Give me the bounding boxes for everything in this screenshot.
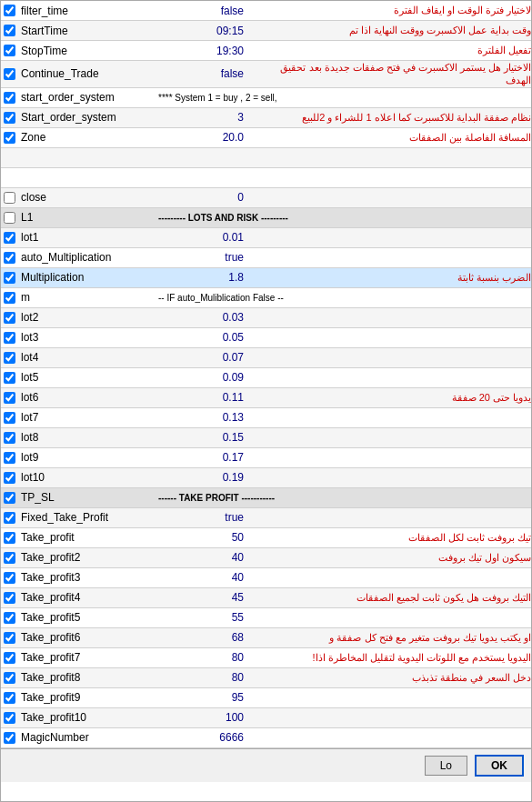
row-checkbox[interactable] bbox=[4, 92, 15, 104]
row-checkbox[interactable] bbox=[4, 492, 15, 504]
row-checkbox[interactable] bbox=[4, 212, 15, 224]
row-checkbox[interactable] bbox=[4, 632, 15, 644]
row-param-value[interactable]: 0.09 bbox=[158, 371, 249, 384]
row-param-value[interactable]: 0.13 bbox=[158, 411, 249, 424]
row-check-col bbox=[1, 232, 17, 244]
row-param-name: Fixed_Take_Profit bbox=[17, 511, 158, 524]
row-checkbox[interactable] bbox=[4, 472, 15, 484]
row-param-value[interactable]: 20.0 bbox=[158, 131, 249, 144]
row-param-value[interactable]: 0.15 bbox=[158, 431, 249, 444]
row-check-col bbox=[1, 532, 17, 544]
row-param-value[interactable]: ------ TAKE PROFIT ----------- bbox=[158, 493, 322, 503]
row-checkbox[interactable] bbox=[4, 272, 15, 284]
row-checkbox[interactable] bbox=[4, 532, 15, 544]
row-checkbox[interactable] bbox=[4, 392, 15, 404]
row-checkbox[interactable] bbox=[4, 732, 15, 744]
row-param-value[interactable]: 1.8 bbox=[158, 271, 249, 284]
table-row: lot80.15 bbox=[1, 428, 531, 448]
row-param-value[interactable]: 0.11 bbox=[158, 391, 249, 404]
row-check-col bbox=[1, 112, 17, 124]
row-checkbox[interactable] bbox=[4, 232, 15, 244]
row-comment: يدويا حتى 20 صفقة bbox=[249, 391, 531, 404]
row-checkbox[interactable] bbox=[4, 132, 15, 144]
row-param-value[interactable]: false bbox=[158, 5, 249, 17]
row-checkbox[interactable] bbox=[4, 352, 15, 364]
row-checkbox[interactable] bbox=[4, 592, 15, 604]
row-param-value[interactable]: -- IF auto_Muliblication False -- bbox=[158, 293, 322, 303]
row-checkbox[interactable] bbox=[4, 112, 15, 124]
table-row: Take_profit240سيكون اول تيك بروفت bbox=[1, 548, 531, 568]
row-param-value[interactable]: 0.05 bbox=[158, 331, 249, 344]
row-checkbox[interactable] bbox=[4, 312, 15, 324]
row-param-value[interactable]: 19:30 bbox=[158, 45, 249, 57]
row-checkbox[interactable] bbox=[4, 432, 15, 444]
row-param-name: Take_profit9 bbox=[17, 691, 158, 704]
row-param-value[interactable]: 40 bbox=[158, 551, 249, 564]
row-param-value[interactable]: 50 bbox=[158, 531, 249, 544]
row-check-col bbox=[1, 632, 17, 644]
row-param-name: lot3 bbox=[17, 331, 158, 344]
row-checkbox[interactable] bbox=[4, 712, 15, 724]
row-checkbox[interactable] bbox=[4, 512, 15, 524]
row-check-col bbox=[1, 392, 17, 404]
row-checkbox[interactable] bbox=[4, 192, 15, 204]
row-checkbox[interactable] bbox=[4, 672, 15, 684]
row-param-value[interactable]: 68 bbox=[158, 631, 249, 644]
row-param-value[interactable]: 80 bbox=[158, 651, 249, 664]
row-param-name: L1 bbox=[17, 211, 158, 224]
row-checkbox[interactable] bbox=[4, 25, 15, 36]
row-param-value[interactable]: 0.03 bbox=[158, 311, 249, 324]
settings-table: filter_timefalseلاختيار فترة الوقت او اي… bbox=[1, 1, 531, 748]
row-param-value[interactable]: 45 bbox=[158, 591, 249, 604]
row-checkbox[interactable] bbox=[4, 68, 15, 80]
row-param-value[interactable]: 55 bbox=[158, 611, 249, 624]
table-row: lot30.05 bbox=[1, 328, 531, 348]
row-param-value[interactable]: 95 bbox=[158, 691, 249, 704]
row-check-col bbox=[1, 592, 17, 604]
row-param-value[interactable]: **** System 1 = buy , 2 = sell, bbox=[158, 93, 322, 103]
row-checkbox[interactable] bbox=[4, 372, 15, 384]
row-param-name: lot2 bbox=[17, 311, 158, 324]
row-param-value[interactable]: 100 bbox=[158, 711, 249, 724]
row-checkbox[interactable] bbox=[4, 452, 15, 464]
row-param-name: MagicNumber bbox=[17, 731, 158, 744]
row-checkbox[interactable] bbox=[4, 652, 15, 664]
row-checkbox[interactable] bbox=[4, 552, 15, 564]
row-checkbox[interactable] bbox=[4, 572, 15, 584]
row-param-value[interactable]: true bbox=[158, 511, 249, 524]
lo-button[interactable]: Lo bbox=[425, 756, 467, 776]
table-row: Start_order_system3نظام صفقة البداية للا… bbox=[1, 108, 531, 128]
table-row: Take_profit780اليدويا يستخدم مع اللوتات … bbox=[1, 648, 531, 668]
row-param-value[interactable]: 80 bbox=[158, 671, 249, 684]
row-checkbox[interactable] bbox=[4, 252, 15, 264]
row-param-value[interactable]: 0.17 bbox=[158, 451, 249, 464]
row-param-value[interactable]: 09:15 bbox=[158, 25, 249, 37]
row-check-col bbox=[1, 652, 17, 664]
row-param-name: lot9 bbox=[17, 451, 158, 464]
row-param-name: lot6 bbox=[17, 391, 158, 404]
row-param-name: Start_order_system bbox=[17, 111, 158, 124]
row-checkbox[interactable] bbox=[4, 5, 15, 16]
row-param-value[interactable]: true bbox=[158, 251, 249, 264]
row-checkbox[interactable] bbox=[4, 412, 15, 424]
row-param-value[interactable]: 0.07 bbox=[158, 351, 249, 364]
row-checkbox[interactable] bbox=[4, 612, 15, 624]
row-param-value[interactable]: 6666 bbox=[158, 731, 249, 744]
row-checkbox[interactable] bbox=[4, 292, 15, 304]
row-param-value[interactable]: false bbox=[158, 67, 249, 80]
row-param-value[interactable]: --------- LOTS AND RISK --------- bbox=[158, 213, 322, 223]
ok-button[interactable]: OK bbox=[475, 755, 524, 777]
row-checkbox[interactable] bbox=[4, 45, 15, 56]
row-param-value[interactable]: 40 bbox=[158, 571, 249, 584]
row-param-name: close bbox=[17, 191, 158, 204]
row-checkbox[interactable] bbox=[4, 332, 15, 344]
table-row: Take_profit10100 bbox=[1, 708, 531, 728]
row-param-value[interactable]: 0 bbox=[158, 191, 249, 204]
row-checkbox[interactable] bbox=[4, 692, 15, 704]
row-comment: تفعيل الفلترة bbox=[249, 44, 531, 56]
row-param-value[interactable]: 0.19 bbox=[158, 471, 249, 484]
table-row: Take_profit555 bbox=[1, 608, 531, 628]
table-row: close0 bbox=[1, 188, 531, 208]
row-param-value[interactable]: 3 bbox=[158, 111, 249, 124]
row-param-value[interactable]: 0.01 bbox=[158, 231, 249, 244]
